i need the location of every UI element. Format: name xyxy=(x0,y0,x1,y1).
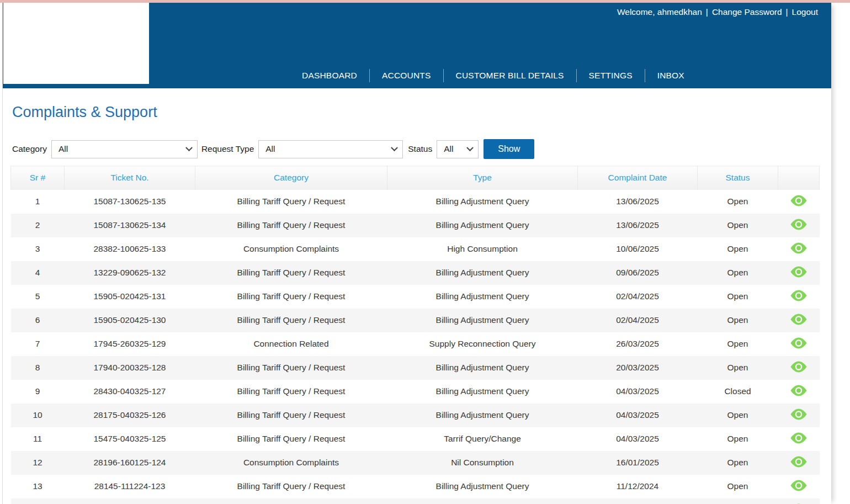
table-row: 1228196-160125-124Consumption Complaints… xyxy=(11,451,820,475)
cell-sr: 7 xyxy=(11,332,65,356)
cell-type: Billing Adjustment Query xyxy=(387,285,578,309)
table-row: 1115475-040325-125Billing Tariff Query /… xyxy=(11,427,820,451)
cell-category: Connection Related xyxy=(195,332,387,356)
top-accent-strip xyxy=(0,0,850,3)
cell-date: 16/01/2025 xyxy=(578,451,698,475)
cell-status: Open xyxy=(698,332,778,356)
cell-action xyxy=(778,261,820,285)
category-select[interactable]: All xyxy=(51,140,198,158)
view-complaint-eye-icon[interactable] xyxy=(790,266,807,278)
request-type-label: Request Type xyxy=(201,144,254,154)
view-complaint-eye-icon[interactable] xyxy=(790,337,807,349)
cell-type: Billing Adjustment Query xyxy=(387,380,578,404)
cell-sr: 4 xyxy=(11,261,65,285)
view-complaint-eye-icon[interactable] xyxy=(790,219,807,230)
welcome-text: Welcome, ahmedkhan xyxy=(617,7,702,17)
cell-date xyxy=(578,498,698,504)
cell-status: Open xyxy=(698,404,778,427)
view-complaint-eye-icon[interactable] xyxy=(790,195,807,206)
nav-item-customer-bill-details[interactable]: CUSTOMER BILL DETAILS xyxy=(444,67,576,84)
cell-category: Billing Tariff Query / Request xyxy=(195,380,387,404)
column-header-status: Status xyxy=(698,166,778,190)
table-row: 413229-090625-132Billing Tariff Query / … xyxy=(11,261,820,285)
cell-action xyxy=(778,380,820,404)
cell-sr: 3 xyxy=(11,237,65,261)
table-row: 215087-130625-134Billing Tariff Query / … xyxy=(11,214,820,237)
cell-action xyxy=(778,309,820,332)
logout-link[interactable]: Logout xyxy=(792,7,818,17)
cell-action xyxy=(778,332,820,356)
cell-type: Billing Adjustment Query xyxy=(387,309,578,332)
column-header-ticket: Ticket No. xyxy=(65,166,195,190)
nav-item-inbox[interactable]: INBOX xyxy=(645,67,697,84)
status-label: Status xyxy=(408,144,432,154)
table-row: 515905-020425-131Billing Tariff Query / … xyxy=(11,285,820,309)
view-complaint-eye-icon[interactable] xyxy=(790,385,807,396)
view-complaint-eye-icon[interactable] xyxy=(790,408,807,420)
request-type-select[interactable]: All xyxy=(258,140,403,158)
cell-status: Open xyxy=(698,356,778,380)
view-complaint-eye-icon[interactable] xyxy=(790,290,807,301)
cell-category: Billing Tariff Query / Request xyxy=(195,427,387,451)
request-type-selected-value: All xyxy=(265,144,275,154)
cell-status: Open xyxy=(698,475,778,498)
cell-action xyxy=(778,498,820,504)
cell-sr: 12 xyxy=(11,451,65,475)
cell-action xyxy=(778,404,820,427)
cell-status: Open xyxy=(698,190,778,214)
cell-action xyxy=(778,285,820,309)
cell-ticket: 28145-111224-123 xyxy=(65,475,195,498)
cell-category: Billing Tariff Query / Request xyxy=(195,475,387,498)
cell-status: Closed xyxy=(698,380,778,404)
change-password-link[interactable]: Change Password xyxy=(712,7,782,17)
page-title: Complaints & Support xyxy=(12,104,157,121)
logo xyxy=(3,3,149,84)
cell-ticket xyxy=(65,498,195,504)
user-topbar: Welcome, ahmedkhan | Change Password | L… xyxy=(617,7,818,17)
cell-date: 13/06/2025 xyxy=(578,214,698,237)
cell-sr: 2 xyxy=(11,214,65,237)
topbar-separator: | xyxy=(706,7,708,17)
column-header-type: Type xyxy=(387,166,578,190)
cell-type: Billing Adjustment Query xyxy=(387,475,578,498)
table-row: 717945-260325-129Connection RelatedSuppl… xyxy=(11,332,820,356)
column-header-action xyxy=(778,166,820,190)
cell-sr xyxy=(11,498,65,504)
main-content: Complaints & Support Category All Reques… xyxy=(3,88,831,504)
show-button[interactable]: Show xyxy=(484,139,534,159)
view-complaint-eye-icon[interactable] xyxy=(790,432,807,444)
view-complaint-eye-icon[interactable] xyxy=(790,242,807,254)
cell-type: Billing Adjustment Query xyxy=(387,356,578,380)
cell-ticket: 15905-020425-131 xyxy=(65,285,195,309)
cell-sr: 1 xyxy=(11,190,65,214)
table-row: 328382-100625-133Consumption ComplaintsH… xyxy=(11,237,820,261)
cell-ticket: 13229-090625-132 xyxy=(65,261,195,285)
nav-item-accounts[interactable]: ACCOUNTS xyxy=(370,67,443,84)
cell-ticket: 17940-200325-128 xyxy=(65,356,195,380)
view-complaint-eye-icon[interactable] xyxy=(790,361,807,373)
cell-sr: 6 xyxy=(11,309,65,332)
cell-ticket: 17945-260325-129 xyxy=(65,332,195,356)
cell-sr: 13 xyxy=(11,475,65,498)
cell-type: Billing Adjustment Query xyxy=(387,404,578,427)
cell-action xyxy=(778,451,820,475)
column-header-date: Complaint Date xyxy=(578,166,698,190)
cell-type: High Consumption xyxy=(387,237,578,261)
view-complaint-eye-icon[interactable] xyxy=(790,314,807,325)
table-row xyxy=(11,498,820,504)
cell-date: 02/04/2025 xyxy=(578,285,698,309)
cell-action xyxy=(778,427,820,451)
status-select[interactable]: All xyxy=(437,140,479,158)
view-complaint-eye-icon[interactable] xyxy=(790,456,807,468)
nav-item-dashboard[interactable]: DASHBOARD xyxy=(290,67,369,84)
cell-ticket: 28430-040325-127 xyxy=(65,380,195,404)
cell-sr: 11 xyxy=(11,427,65,451)
table-row: 115087-130625-135Billing Tariff Query / … xyxy=(11,190,820,214)
table-row: 1028175-040325-126Billing Tariff Query /… xyxy=(11,404,820,427)
topbar-separator: | xyxy=(786,7,788,17)
cell-date: 26/03/2025 xyxy=(578,332,698,356)
nav-item-settings[interactable]: SETTINGS xyxy=(577,67,645,84)
cell-category: Billing Tariff Query / Request xyxy=(195,190,387,214)
cell-type: Billing Adjustment Query xyxy=(387,214,578,237)
view-complaint-eye-icon[interactable] xyxy=(790,480,807,491)
